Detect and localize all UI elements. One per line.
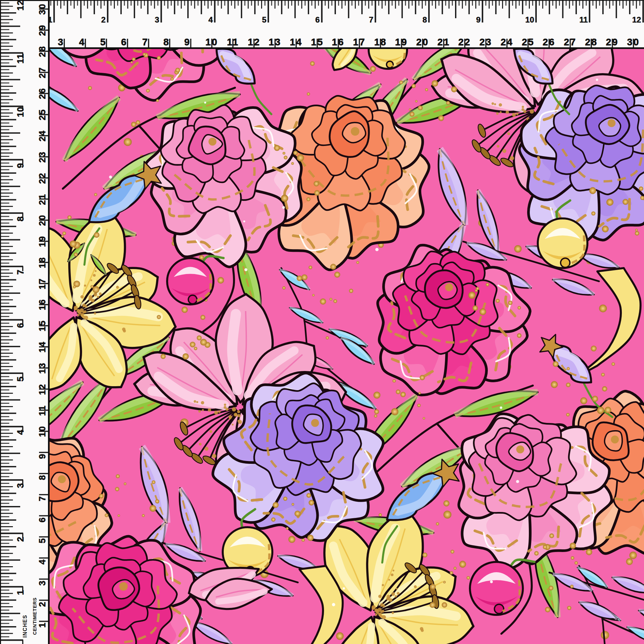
svg-text:7: 7 — [37, 495, 47, 501]
svg-text:11: 11 — [37, 405, 47, 416]
svg-text:27: 27 — [564, 37, 576, 47]
svg-text:13: 13 — [37, 362, 47, 374]
svg-text:21: 21 — [37, 193, 47, 205]
svg-text:5: 5 — [100, 37, 106, 47]
svg-text:15: 15 — [37, 320, 47, 331]
svg-text:1: 1 — [16, 590, 25, 595]
svg-text:19: 19 — [395, 37, 408, 47]
svg-text:9: 9 — [476, 15, 481, 24]
svg-text:22: 22 — [37, 172, 47, 184]
svg-text:4: 4 — [208, 15, 213, 24]
svg-text:10: 10 — [206, 37, 218, 47]
svg-text:21: 21 — [437, 37, 450, 47]
svg-text:10: 10 — [16, 107, 25, 117]
svg-text:12: 12 — [16, 0, 25, 11]
svg-text:8: 8 — [16, 216, 25, 221]
svg-text:30: 30 — [627, 37, 640, 47]
svg-text:28: 28 — [585, 37, 598, 47]
svg-text:11: 11 — [227, 37, 239, 47]
svg-text:7: 7 — [16, 269, 25, 275]
svg-text:29: 29 — [606, 37, 619, 47]
svg-text:2: 2 — [37, 601, 47, 607]
svg-text:8: 8 — [163, 37, 169, 47]
svg-text:8: 8 — [37, 474, 47, 480]
svg-text:4: 4 — [16, 430, 25, 435]
svg-text:5: 5 — [16, 376, 25, 382]
svg-text:9: 9 — [16, 163, 25, 168]
svg-text:30: 30 — [37, 3, 47, 15]
svg-text:12: 12 — [632, 15, 641, 24]
svg-text:17: 17 — [353, 37, 366, 47]
svg-text:6: 6 — [16, 323, 25, 328]
svg-text:5: 5 — [37, 537, 47, 543]
svg-text:23: 23 — [37, 151, 47, 162]
svg-text:23: 23 — [480, 37, 492, 47]
svg-text:7: 7 — [369, 15, 373, 24]
svg-text:8: 8 — [423, 15, 427, 24]
svg-text:3: 3 — [16, 483, 25, 488]
svg-text:4: 4 — [79, 37, 84, 47]
svg-text:9: 9 — [184, 37, 190, 47]
svg-text:11: 11 — [16, 54, 25, 64]
svg-text:5: 5 — [262, 15, 266, 24]
svg-text:15: 15 — [311, 37, 324, 47]
svg-text:24: 24 — [501, 37, 513, 47]
svg-text:CENTIMETERS: CENTIMETERS — [32, 597, 37, 635]
svg-text:7: 7 — [142, 37, 148, 47]
svg-text:25: 25 — [37, 109, 47, 120]
svg-text:2: 2 — [101, 15, 106, 24]
svg-text:6: 6 — [315, 15, 320, 24]
svg-text:9: 9 — [37, 453, 47, 459]
svg-text:24: 24 — [37, 130, 47, 141]
svg-text:25: 25 — [522, 37, 534, 47]
svg-text:10: 10 — [525, 15, 534, 24]
svg-text:4: 4 — [37, 559, 47, 565]
svg-text:16: 16 — [332, 37, 345, 47]
svg-text:16: 16 — [37, 299, 47, 310]
svg-text:28: 28 — [37, 45, 47, 57]
svg-text:13: 13 — [269, 37, 281, 47]
svg-text:1: 1 — [37, 622, 47, 628]
svg-text:10: 10 — [37, 425, 47, 437]
svg-text:3: 3 — [58, 37, 63, 47]
svg-text:22: 22 — [458, 37, 471, 47]
svg-text:20: 20 — [37, 214, 47, 226]
svg-text:12: 12 — [248, 37, 260, 47]
svg-text:20: 20 — [416, 37, 429, 47]
svg-text:3: 3 — [155, 15, 159, 24]
svg-text:12: 12 — [37, 383, 47, 395]
svg-text:18: 18 — [37, 256, 47, 268]
svg-text:6: 6 — [37, 517, 47, 523]
svg-text:17: 17 — [37, 278, 47, 289]
svg-text:INCHES: INCHES — [22, 615, 28, 637]
svg-text:14: 14 — [37, 341, 47, 352]
svg-text:19: 19 — [37, 235, 47, 247]
svg-text:6: 6 — [121, 37, 126, 47]
svg-text:26: 26 — [37, 87, 47, 99]
svg-text:26: 26 — [543, 37, 555, 47]
svg-text:29: 29 — [37, 24, 47, 36]
svg-text:11: 11 — [579, 15, 588, 24]
svg-text:14: 14 — [290, 37, 302, 47]
svg-text:2: 2 — [16, 536, 25, 542]
svg-text:27: 27 — [37, 67, 47, 78]
svg-text:18: 18 — [374, 37, 387, 47]
svg-text:3: 3 — [37, 580, 47, 586]
